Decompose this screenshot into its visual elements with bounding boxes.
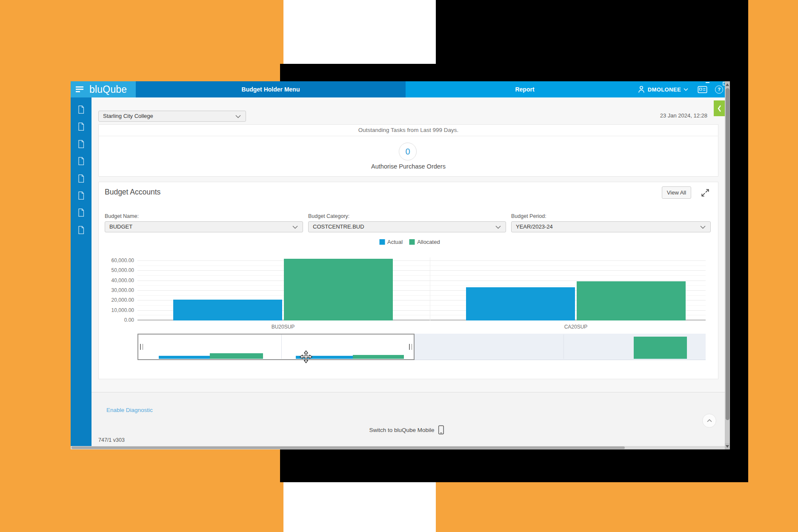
sidebar-item-document[interactable]	[71, 190, 92, 200]
header-right-section: Report DMOLONEE	[406, 81, 730, 97]
chevron-down-icon	[495, 226, 501, 229]
app-footer: Enable Diagnostic Switch to bluQube Mobi…	[92, 392, 725, 449]
expand-icon[interactable]	[701, 188, 710, 197]
switch-to-mobile-label: Switch to bluQube Mobile	[369, 427, 434, 433]
navigator-right-handle[interactable]	[409, 344, 412, 350]
help-button[interactable]: ?	[715, 86, 723, 94]
desktop-background: bluQube Budget Holder Menu Report DMOLON…	[0, 0, 798, 532]
tab-budget-holder-menu[interactable]: Budget Holder Menu	[136, 81, 406, 97]
contact-card-icon	[698, 86, 707, 93]
sidebar-item-document[interactable]	[71, 139, 92, 149]
legend-label: Actual	[387, 239, 403, 245]
scroll-to-top-button[interactable]	[702, 414, 716, 428]
y-tick-label: 40,000.00	[98, 277, 134, 283]
bar-actual	[173, 300, 282, 320]
chevron-down-icon	[235, 115, 241, 118]
budget-accounts-card: Budget Accounts View All Budget Name: Bu…	[98, 182, 718, 379]
move-cursor	[299, 350, 313, 364]
sidebar-item-document[interactable]	[71, 104, 92, 114]
tab-label: Budget Holder Menu	[242, 86, 300, 93]
budget-category-value: COSTCENTRE.BUD	[313, 223, 364, 230]
legend-swatch	[409, 239, 415, 245]
minimize-icon[interactable]	[706, 82, 709, 83]
document-icon	[77, 208, 85, 217]
college-select[interactable]: Starling City College	[98, 111, 246, 122]
hamburger-menu-icon[interactable]	[76, 86, 84, 93]
navigator-left-handle[interactable]	[140, 344, 143, 350]
budget-period-select[interactable]: YEAR/2023-24	[511, 221, 711, 232]
bar-allocated	[284, 259, 393, 320]
enable-diagnostic-link[interactable]: Enable Diagnostic	[106, 407, 153, 413]
sidebar-item-document[interactable]	[71, 121, 92, 132]
legend-item-actual[interactable]: Actual	[379, 239, 403, 245]
sidebar	[71, 97, 92, 449]
chevron-down-icon	[684, 88, 688, 91]
horizontal-scroll-thumb[interactable]	[72, 446, 625, 449]
tasks-card-title: Outstanding Tasks from Last 999 Days.	[99, 127, 718, 133]
gridline	[137, 260, 706, 261]
document-icon	[77, 226, 85, 235]
sidebar-item-document[interactable]	[71, 173, 92, 183]
scroll-down-arrow[interactable]	[725, 443, 730, 449]
tab-report[interactable]: Report	[515, 81, 534, 97]
collapse-panel-button[interactable]	[714, 100, 725, 116]
chevron-down-icon	[292, 226, 298, 229]
budget-category-select[interactable]: COSTCENTRE.BUD	[308, 221, 506, 232]
document-icon	[77, 140, 85, 149]
college-select-value: Starling City College	[103, 113, 153, 119]
chart-legend: ActualAllocated	[379, 239, 440, 245]
y-tick-label: 60,000.00	[98, 257, 134, 263]
document-icon	[77, 105, 85, 114]
scroll-up-arrow[interactable]	[725, 81, 730, 88]
filter-label: Budget Category:	[308, 213, 349, 219]
legend-item-allocated[interactable]: Allocated	[409, 239, 440, 245]
background-black-top-right	[436, 0, 748, 64]
gridline	[137, 266, 706, 266]
document-icon	[77, 157, 85, 166]
sidebar-item-document[interactable]	[71, 225, 92, 235]
mobile-phone-icon	[438, 425, 444, 435]
sidebar-item-document[interactable]	[71, 207, 92, 217]
category-label: CA20SUP	[546, 324, 606, 330]
divider	[99, 136, 718, 136]
category-label: BU20SUP	[253, 324, 313, 330]
navigator-separator-line	[281, 335, 282, 359]
budget-name-select[interactable]: BUDGET	[105, 221, 303, 232]
sidebar-item-document[interactable]	[71, 156, 92, 166]
gridline	[137, 280, 706, 281]
vertical-scroll-thumb[interactable]	[726, 88, 729, 420]
outstanding-tasks-card: Outstanding Tasks from Last 999 Days. 0 …	[98, 124, 718, 177]
view-all-button[interactable]: View All	[662, 186, 691, 199]
switch-to-mobile-link[interactable]: Switch to bluQube Mobile	[369, 425, 444, 435]
app-header: bluQube Budget Holder Menu Report DMOLON…	[71, 81, 730, 97]
document-icon	[77, 122, 85, 131]
vertical-scrollbar[interactable]	[725, 81, 730, 449]
bluqube-app-window: bluQube Budget Holder Menu Report DMOLON…	[71, 81, 730, 449]
navigator-bar-allocated	[634, 337, 687, 359]
bar-allocated	[577, 281, 686, 320]
chevron-down-icon	[700, 226, 706, 229]
budget-period-value: YEAR/2023-24	[516, 223, 553, 230]
navigator-bar-allocated	[210, 353, 263, 359]
y-tick-label: 20,000.00	[98, 297, 134, 303]
gridline	[137, 270, 706, 271]
user-menu[interactable]: DMOLONEE ?	[638, 81, 723, 97]
category-separator-line	[430, 257, 430, 320]
contact-card-button[interactable]	[698, 86, 707, 93]
filter-label: Budget Name:	[105, 213, 139, 219]
task-count-badge: 0	[399, 143, 417, 160]
user-icon	[638, 86, 645, 93]
bar-actual	[466, 287, 575, 320]
main-content: Starling City College 23 Jan 2024, 12:28…	[92, 97, 725, 449]
help-icon: ?	[715, 86, 723, 94]
chart-plot: 0.0010,000.0020,000.0030,000.0040,000.00…	[137, 257, 706, 320]
filter-label: Budget Period:	[511, 213, 546, 219]
horizontal-scrollbar[interactable]	[71, 446, 725, 449]
authorise-purchase-orders-link[interactable]: Authorise Purchase Orders	[99, 163, 718, 170]
background-white-bottom	[283, 482, 436, 532]
chart-navigator[interactable]	[137, 334, 706, 360]
version-text: 747/1 v303	[98, 437, 125, 443]
document-icon	[77, 174, 85, 183]
budget-name-value: BUDGET	[109, 223, 132, 230]
y-tick-label: 50,000.00	[98, 267, 134, 273]
